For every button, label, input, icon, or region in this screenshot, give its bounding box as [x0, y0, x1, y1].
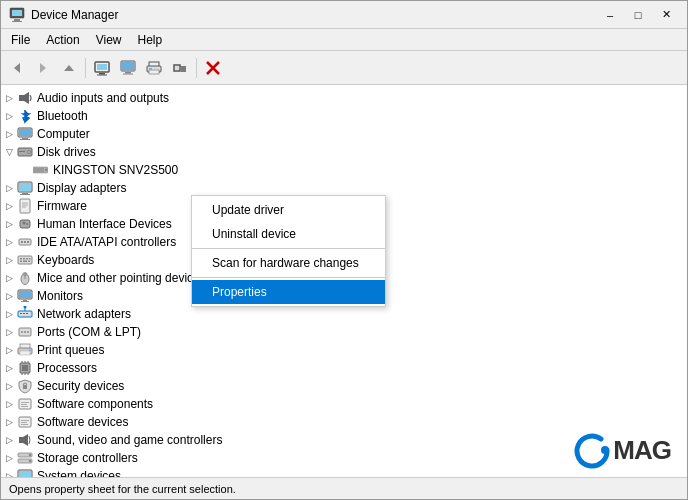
computer-label: Computer [37, 127, 90, 141]
mice-label: Mice and other pointing devices [37, 271, 206, 285]
context-update-driver[interactable]: Update driver [192, 198, 385, 222]
tree-item-swdevices[interactable]: ▷ Software devices [1, 413, 687, 431]
maximize-button[interactable]: □ [625, 5, 651, 25]
tree-item-audio[interactable]: ▷ Audio inputs and outputs [1, 89, 687, 107]
expand-computer[interactable]: ▷ [1, 126, 17, 142]
menu-help[interactable]: Help [132, 31, 169, 49]
svg-rect-96 [21, 402, 29, 403]
svg-rect-102 [21, 424, 28, 425]
expand-ports[interactable]: ▷ [1, 324, 17, 340]
minimize-button[interactable]: – [597, 5, 623, 25]
tree-item-printqueues[interactable]: ▷ Print queues [1, 341, 687, 359]
expand-swcomponents[interactable]: ▷ [1, 396, 17, 412]
svg-rect-73 [20, 313, 22, 314]
svg-point-108 [29, 460, 31, 462]
title-bar-left: Device Manager [9, 7, 118, 23]
context-separator-1 [192, 248, 385, 249]
svg-rect-8 [97, 64, 107, 70]
computer-icon [17, 126, 33, 142]
expand-storage[interactable]: ▷ [1, 450, 17, 466]
menu-view[interactable]: View [90, 31, 128, 49]
svg-rect-43 [19, 183, 31, 191]
svg-marker-5 [40, 63, 46, 73]
expand-display[interactable]: ▷ [1, 180, 17, 196]
svg-rect-2 [14, 19, 20, 21]
svg-point-80 [24, 331, 26, 333]
expand-keyboards[interactable]: ▷ [1, 252, 17, 268]
computer-button[interactable] [116, 56, 140, 80]
svg-rect-57 [18, 256, 32, 264]
cmag-text: MAG [613, 435, 671, 466]
window-controls: – □ ✕ [597, 5, 679, 25]
svg-rect-85 [29, 350, 31, 352]
menu-action[interactable]: Action [40, 31, 85, 49]
cmag-logo: MAG [573, 431, 671, 469]
tree-item-network[interactable]: ▷ Network adapters [1, 305, 687, 323]
tree-item-security[interactable]: ▷ Security devices [1, 377, 687, 395]
context-scan-hardware[interactable]: Scan for hardware changes [192, 251, 385, 275]
svg-point-52 [26, 223, 28, 225]
tree-item-processors[interactable]: ▷ Processors [1, 359, 687, 377]
svg-rect-46 [20, 199, 30, 213]
toolbar [1, 51, 687, 85]
expand-processors[interactable]: ▷ [1, 360, 17, 376]
keyboards-label: Keyboards [37, 253, 94, 267]
menu-file[interactable]: File [5, 31, 36, 49]
printer-button[interactable] [142, 56, 166, 80]
svg-point-51 [23, 222, 26, 225]
expand-diskdrives[interactable]: ▽ [1, 144, 17, 160]
context-menu[interactable]: Update driver Uninstall device Scan for … [191, 195, 386, 307]
tree-item-computer[interactable]: ▷ Computer [1, 125, 687, 143]
ports-icon [17, 324, 33, 340]
uninstall-button[interactable] [201, 56, 225, 80]
ide-label: IDE ATA/ATAPI controllers [37, 235, 176, 249]
tree-item-diskdrives[interactable]: ▽ Disk drives [1, 143, 687, 161]
show-hide-button[interactable] [90, 56, 114, 80]
toolbar-separator-1 [85, 58, 86, 78]
context-properties[interactable]: Properties [192, 280, 385, 304]
back-button[interactable] [5, 56, 29, 80]
hid-icon [17, 216, 33, 232]
expand-bluetooth[interactable]: ▷ [1, 108, 17, 124]
expand-mice[interactable]: ▷ [1, 270, 17, 286]
svg-rect-98 [21, 406, 28, 407]
tree-item-ports[interactable]: ▷ Ports (COM & LPT) [1, 323, 687, 341]
svg-rect-100 [21, 420, 29, 421]
svg-rect-18 [149, 68, 152, 70]
context-uninstall-device[interactable]: Uninstall device [192, 222, 385, 246]
expand-system[interactable]: ▷ [1, 468, 17, 477]
menu-bar: File Action View Help [1, 29, 687, 51]
svg-rect-97 [21, 404, 27, 405]
swdevices-label: Software devices [37, 415, 128, 429]
svg-point-37 [28, 151, 30, 153]
expand-security[interactable]: ▷ [1, 378, 17, 394]
expand-sound[interactable]: ▷ [1, 432, 17, 448]
tree-item-bluetooth[interactable]: ▷ Bluetooth [1, 107, 687, 125]
processors-label: Processors [37, 361, 97, 375]
swcomponents-icon [17, 396, 33, 412]
app-icon [9, 7, 25, 23]
svg-rect-87 [22, 365, 28, 371]
tree-item-swcomponents[interactable]: ▷ Software components [1, 395, 687, 413]
up-button[interactable] [57, 56, 81, 80]
diskdrives-icon [17, 144, 33, 160]
svg-rect-54 [21, 241, 23, 243]
svg-marker-4 [14, 63, 20, 73]
network-label: Network adapters [37, 307, 131, 321]
expand-swdevices[interactable]: ▷ [1, 414, 17, 430]
expand-network[interactable]: ▷ [1, 306, 17, 322]
expand-audio[interactable]: ▷ [1, 90, 17, 106]
close-button[interactable]: ✕ [653, 5, 679, 25]
expand-ide[interactable]: ▷ [1, 234, 17, 250]
kingston-icon [33, 162, 49, 178]
forward-button[interactable] [31, 56, 55, 80]
expand-monitors[interactable]: ▷ [1, 288, 17, 304]
settings-button[interactable] [168, 56, 192, 80]
main-content: ▷ Audio inputs and outputs ▷ [1, 85, 687, 477]
expand-hid[interactable]: ▷ [1, 216, 17, 232]
tree-item-kingston[interactable]: KINGSTON SNV2S500 [1, 161, 687, 179]
sound-label: Sound, video and game controllers [37, 433, 222, 447]
expand-firmware[interactable]: ▷ [1, 198, 17, 214]
svg-rect-32 [19, 129, 31, 136]
expand-printqueues[interactable]: ▷ [1, 342, 17, 358]
